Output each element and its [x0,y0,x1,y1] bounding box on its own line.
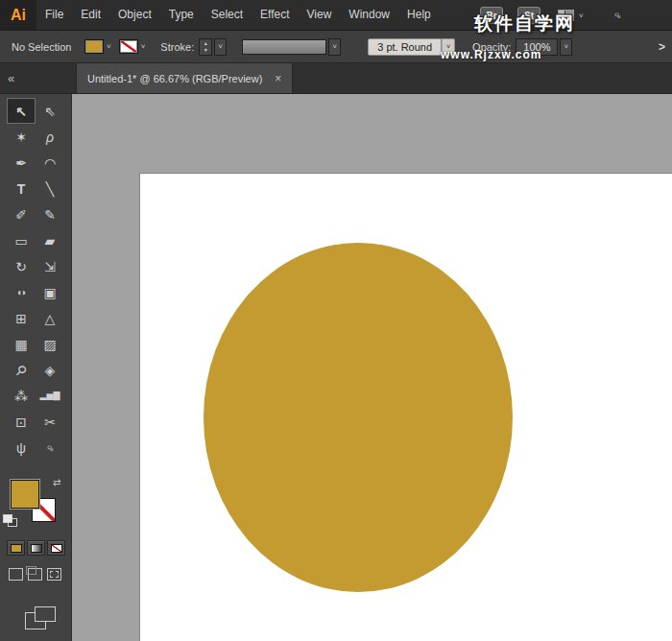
chevron-down-icon: ˅ [564,42,569,51]
lasso-tool[interactable]: ρ [36,124,64,150]
scale-tool[interactable]: ⇲ [36,253,64,279]
shape-builder-tool[interactable]: ⊞ [7,305,36,331]
fill-swatch[interactable] [11,480,39,509]
column-graph-tool[interactable]: ▂▅▇ [36,383,64,409]
none-mode-button[interactable] [47,540,65,556]
eraser-tool[interactable]: ▰ [36,227,64,253]
menu-view[interactable]: View [299,0,341,30]
workspace-chevron-down-icon[interactable]: ˅ [579,12,584,20]
drawing-mode-row [9,568,61,581]
none-chip [51,544,62,553]
width-profile-chevron-dropdown[interactable]: ˅ [328,38,341,56]
gold-ellipse-artwork[interactable] [204,243,513,592]
stroke-weight-stepper[interactable]: ▴ ▾ [199,38,212,56]
gradient-mode-button[interactable] [27,540,45,556]
paintbrush-tool[interactable]: ✐ [7,202,36,227]
blend-tool[interactable]: ◈ [36,357,64,383]
menu-file[interactable]: File [36,0,72,30]
variable-width-profile-dropdown[interactable] [242,39,326,55]
menu-edit[interactable]: Edit [72,0,109,30]
document-tab-title: Untitled-1* @ 66.67% (RGB/Preview) [87,73,262,84]
color-chip [11,544,22,553]
chevron-down-icon: ˅ [332,42,337,51]
paint-mode-row [7,540,65,556]
menu-object[interactable]: Object [109,0,160,30]
default-fill-stroke-icon[interactable] [3,514,16,526]
gradient-chip [31,544,42,553]
stepper-up-icon[interactable]: ▴ [204,40,207,47]
stroke-chevron-down-icon[interactable]: ˅ [141,42,146,51]
controlbar-overflow-arrow[interactable]: > [659,40,665,54]
magic-wand-tool[interactable]: ✶ [7,124,36,150]
type-tool[interactable]: T [7,176,36,202]
selection-tool[interactable]: ↖ [7,98,36,124]
line-segment-tool[interactable]: ╲ [36,176,64,202]
draw-normal-button[interactable] [9,568,23,581]
menu-select[interactable]: Select [203,0,252,30]
artboard-tool[interactable]: ⊡ [7,409,36,435]
stroke-weight-dropdown[interactable]: ˅ [214,38,227,56]
close-icon[interactable]: × [275,73,281,84]
eyedropper-tool[interactable]: ⚲ [7,357,36,383]
document-tab[interactable]: Untitled-1* @ 66.67% (RGB/Preview) × [76,63,293,93]
draw-inside-button[interactable] [47,568,61,581]
chevron-down-icon: ˅ [218,42,223,51]
fill-chevron-down-icon[interactable]: ˅ [107,42,111,51]
opacity-chevron-dropdown[interactable]: ˅ [560,38,572,56]
pencil-tool[interactable]: ✎ [36,202,64,227]
menu-window[interactable]: Window [340,0,398,30]
color-mode-button[interactable] [7,540,25,556]
rectangle-tool[interactable]: ▭ [7,227,36,253]
symbol-sprayer-tool[interactable]: ⁂ [7,383,36,409]
width-tool[interactable]: ◖◗ [7,279,36,305]
screen-mode-rect-front [35,606,56,622]
menu-help[interactable]: Help [398,0,440,30]
watermark-url: www.Rjzxw.com [441,48,541,61]
tools-panel: ↖ ⇖ ✶ ρ ✒ ◠ T ╲ ✐ ✎ ▭ ▰ ↻ ⇲ ◖◗ ▣ ⊞ △ ▦ ▨… [0,94,72,641]
canvas-pasteboard[interactable] [72,94,672,641]
illustrator-logo: Ai [0,0,36,30]
hand-tool[interactable]: ψ [7,435,36,461]
menu-effect[interactable]: Effect [252,0,298,30]
brush-definition-dropdown[interactable]: 3 pt. Round [368,38,442,56]
direct-selection-tool[interactable]: ⇖ [36,98,64,124]
menu-type[interactable]: Type [160,0,203,30]
curvature-tool[interactable]: ◠ [36,150,64,176]
slice-tool[interactable]: ✂ [36,409,64,435]
perspective-grid-tool[interactable]: △ [36,305,64,331]
draw-behind-button[interactable] [28,568,42,581]
fill-stroke-widget: ⇄ [0,476,72,537]
zoom-tool[interactable]: ♀ [36,435,64,461]
fill-color-swatch[interactable] [84,39,104,54]
search-icon[interactable]: ♀ [609,7,627,25]
selection-status-label: No Selection [12,41,84,53]
collapse-panels-icon[interactable]: « [8,71,12,85]
stepper-down-icon[interactable]: ▾ [204,47,207,54]
tool-grid: ↖ ⇖ ✶ ρ ✒ ◠ T ╲ ✐ ✎ ▭ ▰ ↻ ⇲ ◖◗ ▣ ⊞ △ ▦ ▨… [0,94,71,461]
mesh-tool[interactable]: ▦ [7,331,36,357]
watermark-title: 软件自学网 [474,12,575,36]
rotate-tool[interactable]: ↻ [7,253,36,279]
stroke-weight-label: Stroke: [160,41,194,53]
free-transform-tool[interactable]: ▣ [36,279,64,305]
pen-tool[interactable]: ✒ [7,150,36,176]
brush-definition-value: 3 pt. Round [377,41,432,53]
swap-fill-stroke-icon[interactable]: ⇄ [53,477,60,487]
stroke-color-swatch[interactable] [119,39,138,54]
gradient-tool[interactable]: ▨ [36,331,64,357]
screen-mode-icon[interactable] [25,606,58,631]
document-tab-bar: « Untitled-1* @ 66.67% (RGB/Preview) × [0,63,672,94]
